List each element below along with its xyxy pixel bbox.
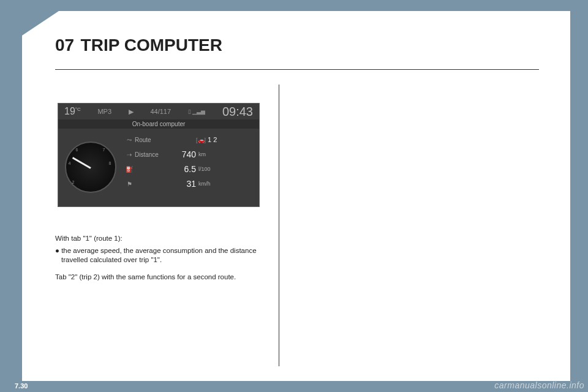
gauge-tick: 2 (72, 180, 75, 184)
def-text: displays the distance which can be trave… (292, 101, 527, 127)
manual-page: 07 TRIP COMPUTER 19°C MP3 ▶ 44/117 ▯ ▁▃▅… (22, 11, 570, 381)
content-columns: 19°C MP3 ▶ 44/117 ▯ ▁▃▅ 09:43 On-board c… (55, 85, 539, 366)
clock: 09:43 (222, 105, 253, 119)
car-icon: [🚗] (196, 137, 206, 143)
row-unit: km/h (196, 181, 218, 187)
def-label: Average speed: (292, 300, 344, 307)
def-distance-travelled: Distance travelled: calculated since the… (292, 251, 535, 260)
row-unit: l/100 (196, 166, 218, 172)
stats-row-consumption: ⛽ 6.5 l/100 (124, 162, 254, 176)
watermark: carmanualsonline.info (494, 380, 584, 390)
page-title: 07 TRIP COMPUTER (55, 36, 222, 55)
route-tabs: [🚗] 1 2 (196, 136, 217, 143)
row-label: Distance (135, 151, 172, 158)
left-description: With tab "1" (route 1): ● the average sp… (55, 234, 266, 282)
def-label: Current fuel consumption: (292, 202, 380, 209)
row-value: 6.5 (172, 164, 196, 174)
def-label: Range: (292, 101, 315, 108)
screenshot-subtitle: On-board computer (58, 119, 259, 129)
stats-row-speed: ⚑ 31 km/h (124, 176, 254, 191)
temperature: 19°C (64, 106, 81, 117)
flag-icon: ⚑ (124, 181, 135, 187)
row-value: 740 (172, 149, 196, 159)
intro-line: With tab "1" (route 1): (55, 234, 266, 244)
bullet-line: ● the average speed, the average consump… (55, 246, 266, 265)
left-column: 19°C MP3 ▶ 44/117 ▯ ▁▃▅ 09:43 On-board c… (55, 85, 279, 366)
def-text: If, whilst driving, dashes are displayed… (292, 177, 535, 195)
media-label: MP3 (97, 108, 111, 115)
corner-notch (22, 11, 59, 36)
definitions-panel: A few definitions Range: displays the di… (292, 85, 539, 318)
second-line: Tab "2" (trip 2) with the same functions… (55, 273, 266, 282)
section-number: 07 (55, 36, 74, 55)
section-title: TRIP COMPUTER (81, 36, 222, 55)
temp-unit: °C (75, 107, 81, 112)
def-text: When the range falls below 20 miles (30 … (292, 149, 535, 176)
route-icon: ⤳ (124, 137, 135, 143)
row-value: 31 (172, 179, 196, 189)
stats-row-distance: ⇢ Distance 740 km (124, 147, 254, 162)
track-counter: 44/117 (150, 108, 171, 115)
gauge-tick: 7 (103, 148, 105, 152)
def-range: Range: displays the distance which can b… (292, 100, 535, 195)
def-distance-remaining: Distance remaining to the destination: c… (292, 266, 535, 293)
gauge-tick: 4 (69, 161, 71, 165)
screenshot-body: 2 4 6 7 8 ⤳ Route [🚗] 1 2 (58, 129, 259, 206)
def-text: calculated since the last trip computer … (354, 251, 509, 258)
definitions-heading: A few definitions (292, 86, 535, 95)
battery-signal-icon: ▯ ▁▃▅ (188, 108, 206, 115)
def-label: Distance remaining to the destination: (292, 266, 420, 274)
row-unit: km (196, 151, 218, 157)
gauge-tick: 6 (76, 148, 78, 152)
onboard-computer-screenshot: 19°C MP3 ▶ 44/117 ▯ ▁▃▅ 09:43 On-board c… (58, 103, 260, 207)
gauge-container: 2 4 6 7 8 (58, 129, 123, 206)
screenshot-topbar: 19°C MP3 ▶ 44/117 ▯ ▁▃▅ 09:43 (58, 104, 259, 119)
stats-row-route: ⤳ Route [🚗] 1 2 (124, 132, 254, 147)
page-number: 7.30 (15, 382, 28, 390)
temp-value: 19 (64, 106, 75, 116)
def-average-speed: Average speed: this is the average speed… (292, 300, 535, 318)
def-label: Average fuel consumption: (292, 227, 382, 234)
gauge-needle (72, 157, 91, 169)
distance-icon: ⇢ (124, 151, 135, 158)
speedometer-gauge: 2 4 6 7 8 (65, 141, 116, 193)
bullet-text: the average speed, the average consumpti… (61, 247, 257, 264)
play-icon: ▶ (129, 108, 134, 116)
def-label: Distance travelled: (292, 251, 354, 258)
gauge-tick: 8 (109, 161, 111, 165)
right-column: A few definitions Range: displays the di… (279, 85, 539, 366)
def-average-consumption: Average fuel consumption: this is the av… (292, 226, 535, 244)
stats-panel: ⤳ Route [🚗] 1 2 ⇢ Distance 740 km (123, 129, 259, 206)
divider (55, 69, 539, 70)
fuel-icon: ⛽ (124, 166, 135, 173)
def-current-consumption: Current fuel consumption: only calculate… (292, 202, 535, 220)
tabs-numbers: 1 2 (208, 136, 217, 143)
row-label: Route (135, 137, 172, 143)
def-text: This displayed value may vary significan… (292, 129, 535, 148)
